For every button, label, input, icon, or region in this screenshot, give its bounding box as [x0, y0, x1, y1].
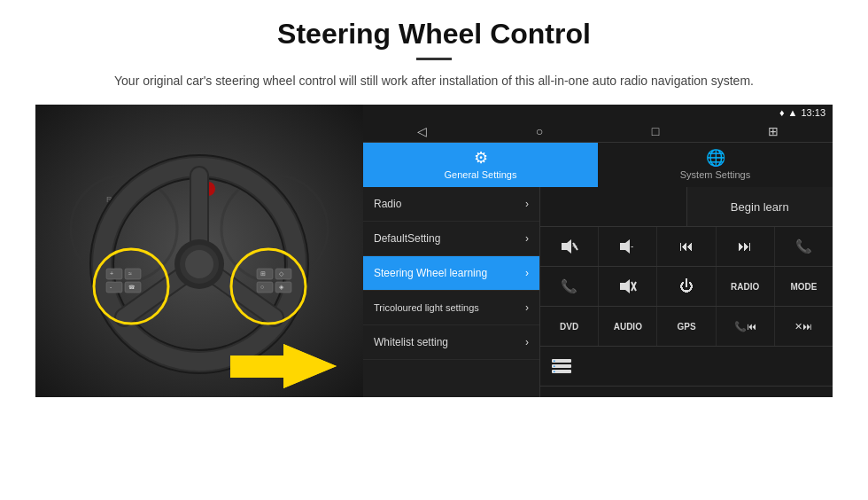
subtitle-text: Your original car's steering wheel contr…: [89, 71, 779, 90]
skip-next-button[interactable]: ✕⏭: [775, 307, 833, 346]
svg-text:○: ○: [260, 284, 264, 290]
system-settings-icon: 🌐: [706, 148, 725, 168]
vol-down-button[interactable]: -: [599, 227, 657, 266]
svg-text:+: +: [572, 241, 577, 251]
svg-marker-33: [562, 239, 571, 254]
svg-text:⊞: ⊞: [260, 270, 266, 277]
status-bar: ♦ ▲ 13:13: [363, 105, 833, 121]
menu-list: Radio › DefaultSetting › Steering Wheel …: [363, 187, 540, 397]
tab-bar: ⚙ General Settings 🌐 System Settings: [363, 143, 833, 187]
call-prev-button[interactable]: 📞⏮: [717, 307, 775, 346]
svg-rect-15: [106, 282, 122, 293]
time-display: 13:13: [801, 107, 825, 118]
general-settings-icon: ⚙: [474, 148, 488, 168]
gps-button[interactable]: GPS: [657, 307, 716, 346]
radio-button[interactable]: RADIO: [717, 267, 775, 306]
title-section: Steering Wheel Control Your original car…: [35, 18, 833, 90]
svg-rect-31: [230, 355, 288, 378]
answer-button[interactable]: 📞: [540, 267, 599, 306]
svg-marker-39: [620, 279, 630, 293]
steering-wheel-image: RPM: [35, 105, 363, 397]
svg-text:☎: ☎: [128, 285, 136, 290]
control-row-3: DVD AUDIO GPS 📞⏮ ✕⏭: [540, 307, 833, 347]
svg-marker-37: [620, 239, 630, 254]
home-nav-icon[interactable]: ○: [536, 124, 543, 138]
prev-button[interactable]: ⏮: [657, 227, 716, 266]
tab-system-settings[interactable]: 🌐 System Settings: [598, 143, 833, 187]
menu-item-steering[interactable]: Steering Wheel learning ›: [363, 256, 539, 291]
svg-rect-46: [554, 366, 555, 368]
mute-button[interactable]: [599, 267, 657, 306]
control-row-2: 📞 ⏻ RADIO MODE: [540, 267, 833, 307]
audio-button[interactable]: AUDIO: [599, 307, 657, 346]
menu-item-radio[interactable]: Radio ›: [363, 187, 539, 222]
menu-item-default[interactable]: DefaultSetting ›: [363, 222, 539, 256]
svg-rect-13: [106, 269, 122, 279]
svg-rect-23: [275, 269, 291, 279]
menu-item-tricoloured[interactable]: Tricoloured light settings ›: [363, 291, 539, 325]
recents-nav-icon[interactable]: □: [652, 124, 659, 138]
signal-icon: ▲: [788, 107, 798, 118]
menu-nav-icon[interactable]: ⊞: [768, 124, 779, 138]
svg-rect-14: [125, 269, 141, 279]
page-container: Steering Wheel Control Your original car…: [0, 0, 868, 406]
mode-button[interactable]: MODE: [775, 267, 833, 306]
power-button[interactable]: ⏻: [657, 267, 716, 306]
chevron-icon: ›: [525, 198, 529, 210]
back-nav-icon[interactable]: ◁: [417, 124, 427, 138]
tab-general-label: General Settings: [445, 169, 517, 180]
control-empty-box: [540, 187, 687, 226]
chevron-icon: ›: [525, 267, 529, 279]
svg-text:≈: ≈: [128, 270, 132, 277]
begin-learn-button[interactable]: Begin learn: [687, 187, 833, 226]
content-area: RPM: [35, 105, 833, 397]
svg-rect-25: [275, 282, 291, 293]
svg-rect-24: [257, 282, 273, 293]
chevron-icon: ›: [525, 232, 529, 245]
android-panel: ♦ ▲ 13:13 ◁ ○ □ ⊞ ⚙ General Settings 🌐 S: [363, 105, 833, 397]
svg-rect-47: [554, 371, 555, 373]
svg-point-11: [185, 250, 213, 278]
settings-content: Radio › DefaultSetting › Steering Wheel …: [363, 187, 833, 397]
list-button[interactable]: [540, 347, 833, 386]
svg-text:+: +: [110, 270, 113, 277]
location-icon: ♦: [779, 107, 785, 118]
call-button[interactable]: 📞: [775, 227, 833, 266]
vol-up-button[interactable]: +: [540, 227, 599, 266]
control-top-row: Begin learn: [540, 187, 833, 227]
tab-general-settings[interactable]: ⚙ General Settings: [363, 143, 598, 187]
page-title: Steering Wheel Control: [35, 18, 833, 51]
title-divider: [416, 58, 452, 60]
control-row-4: [540, 347, 833, 387]
svg-text:-: -: [631, 241, 633, 251]
tab-system-label: System Settings: [680, 169, 750, 180]
control-grid: Begin learn + - ⏮ ⏭: [540, 187, 833, 397]
next-button[interactable]: ⏭: [717, 227, 775, 266]
chevron-icon: ›: [525, 301, 529, 314]
control-row-1: + - ⏮ ⏭ 📞: [540, 227, 833, 267]
nav-bar: ◁ ○ □ ⊞: [363, 121, 833, 143]
chevron-icon: ›: [525, 336, 529, 348]
svg-rect-45: [554, 361, 555, 363]
menu-item-whitelist[interactable]: Whitelist setting ›: [363, 325, 539, 360]
dvd-button[interactable]: DVD: [540, 307, 599, 346]
